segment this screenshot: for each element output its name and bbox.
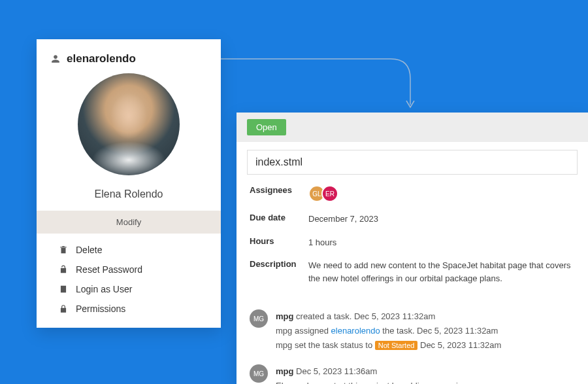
id-card-icon: [59, 285, 68, 294]
field-hours: Hours 1 hours: [237, 231, 588, 254]
status-tag: Not Started: [375, 341, 418, 350]
action-reset-password[interactable]: Reset Password: [59, 260, 199, 279]
task-title-wrap: index.stml: [237, 142, 588, 180]
action-delete[interactable]: Delete: [59, 240, 199, 260]
avatar-wrap: [37, 69, 221, 182]
field-value: 1 hours: [308, 236, 336, 249]
profile-full-name: Elena Rolendo: [37, 182, 221, 211]
task-header: Open: [237, 113, 588, 142]
modify-button[interactable]: Modify: [37, 211, 221, 234]
activity-line: mpg set the task status to Not Started D…: [276, 338, 501, 353]
unlock-icon: [59, 265, 68, 274]
activity-author: mpg: [276, 366, 293, 376]
flow-arrow: [221, 58, 417, 116]
avatar: [78, 73, 180, 175]
assignee-badge[interactable]: ER: [321, 185, 338, 202]
activity-lines: mpg created a task. Dec 5, 2023 11:32amm…: [276, 309, 501, 353]
field-label: Due date: [250, 213, 308, 226]
trash-icon: [59, 245, 68, 254]
activity-author: mpg: [276, 311, 293, 321]
action-label: Delete: [76, 245, 102, 255]
field-description: Description We need to add new content t…: [237, 254, 588, 290]
user-icon: [51, 54, 60, 63]
activity-avatar: MG: [250, 309, 268, 328]
field-value: We need to add new content to the SpaceJ…: [308, 259, 575, 285]
profile-username: elenarolendo: [67, 52, 136, 65]
activity-feed: MGmpg created a task. Dec 5, 2023 11:32a…: [237, 290, 588, 384]
activity-line: Elena, please start this project by addi…: [276, 379, 479, 384]
field-label: Hours: [250, 236, 308, 249]
activity-item: MGmpg Dec 5, 2023 11:36amElena, please s…: [250, 364, 575, 384]
action-label: Permissions: [76, 304, 125, 314]
activity-line: mpg created a task. Dec 5, 2023 11:32am: [276, 309, 501, 324]
activity-link[interactable]: elenarolendo: [331, 326, 380, 336]
activity-line: mpg Dec 5, 2023 11:36am: [276, 364, 479, 379]
activity-item: MGmpg created a task. Dec 5, 2023 11:32a…: [250, 309, 575, 353]
action-permissions[interactable]: Permissions: [59, 299, 199, 319]
profile-card: elenarolendo Elena Rolendo Modify Delete…: [37, 39, 221, 328]
field-due-date: Due date December 7, 2023: [237, 207, 588, 231]
activity-lines: mpg Dec 5, 2023 11:36amElena, please sta…: [276, 364, 479, 384]
assignee-badges: GLER: [308, 185, 338, 202]
profile-action-list: Delete Reset Password Login as User Perm…: [37, 234, 221, 319]
status-badge[interactable]: Open: [247, 119, 286, 135]
activity-avatar: MG: [250, 364, 268, 383]
action-label: Reset Password: [76, 264, 142, 275]
profile-header: elenarolendo: [37, 52, 221, 69]
field-label: Description: [250, 259, 308, 285]
task-title-input[interactable]: index.stml: [247, 150, 578, 175]
lock-icon: [59, 304, 68, 313]
activity-line: mpg assigned elenarolendo the task. Dec …: [276, 324, 501, 338]
field-assignees: Assignees GLER: [237, 180, 588, 207]
field-label: Assignees: [250, 185, 308, 202]
field-value: December 7, 2023: [308, 213, 378, 226]
task-panel: Open index.stml Assignees GLER Due date …: [237, 113, 588, 384]
action-label: Login as User: [76, 284, 132, 294]
action-login-as[interactable]: Login as User: [59, 279, 199, 299]
